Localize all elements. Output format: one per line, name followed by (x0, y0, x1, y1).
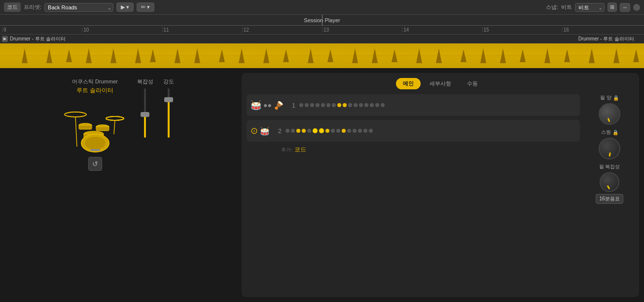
cymbal-icon[interactable]: 🥁 (250, 100, 261, 111)
svg-line-32 (75, 117, 77, 147)
pattern-row-1: 🥁 ●● 🪘 1 (247, 94, 580, 116)
beat-dot-2-7[interactable] (319, 128, 324, 133)
beat-dot-1-1[interactable] (299, 103, 303, 107)
hihat-icon[interactable]: ●● (263, 101, 272, 109)
swing-lock-icon[interactable]: 🔒 (612, 130, 618, 135)
main-content: 어쿠스틱 Drummer 루트 솔라이터 (0, 68, 644, 302)
drum-kit-illustration[interactable] (63, 100, 127, 154)
tab-manual[interactable]: 수동 (460, 78, 485, 89)
beat-dot-1-10[interactable] (348, 103, 352, 107)
svg-point-30 (65, 112, 86, 117)
track-label-right: Drummer - 루트 솔라이터 (578, 36, 634, 42)
beat-dot-2-6[interactable] (313, 128, 318, 133)
floortom-icon[interactable]: ⊙ (250, 125, 258, 136)
ruler-mark-15: 15 (482, 27, 562, 33)
track-area: ▶ Drummer - 루트 솔라이터 Drummer - 루트 솔라이터 (0, 35, 644, 68)
beat-dot-1-7[interactable] (332, 103, 336, 107)
drummer-panel: 어쿠스틱 Drummer 루트 솔라이터 (0, 73, 237, 297)
fill-amt-indicator (608, 118, 610, 122)
pattern-area: 🥁 ●● 🪘 1 (247, 94, 580, 292)
beat-dot-2-4[interactable] (302, 129, 306, 133)
beat-dot-2-16[interactable] (369, 129, 373, 133)
pattern-row-2: ⊙ 🥁 2 (247, 120, 580, 142)
waveform-svg (0, 43, 644, 68)
snap-label: 스냅: (546, 3, 558, 11)
link-button[interactable]: ↔ (620, 3, 630, 12)
complexity-slider-track[interactable] (144, 88, 146, 138)
beat-dot-2-10[interactable] (336, 129, 340, 133)
track-play-button[interactable]: ▶ (2, 36, 8, 42)
complexity-fill (144, 115, 146, 138)
add-chord-row: 추가: 코드 (247, 146, 580, 154)
beat-dot-1-2[interactable] (305, 103, 309, 107)
ruler-mark-12: 12 (242, 27, 322, 33)
beat-dot-2-11[interactable] (342, 129, 346, 133)
note-badge[interactable]: 16분음표 (596, 194, 623, 204)
snap-select[interactable]: 비트 (575, 3, 605, 12)
beat-dot-1-15[interactable] (375, 103, 379, 107)
beat-dot-1-9[interactable] (343, 103, 347, 107)
beat-dot-2-12[interactable] (347, 129, 351, 133)
code-tag[interactable]: 코드 (4, 2, 21, 12)
swing-indicator (609, 152, 611, 156)
preset-select[interactable]: Back Roads (44, 3, 113, 12)
fill-complexity-indicator (607, 185, 610, 189)
beat-dot-1-12[interactable] (359, 103, 363, 107)
ruler-marks: 9 10 11 12 13 14 15 16 (2, 27, 642, 33)
drummer-title: 어쿠스틱 Drummer (72, 78, 118, 85)
snare-icon[interactable]: 🪘 (274, 101, 284, 110)
intensity-slider-track[interactable] (168, 88, 170, 138)
beat-dot-2-2[interactable] (291, 129, 295, 133)
beat-dot-2-8[interactable] (325, 129, 329, 133)
svg-rect-38 (79, 125, 92, 129)
add-chord-link[interactable]: 코드 (294, 146, 306, 154)
beat-dot-2-1[interactable] (286, 129, 289, 133)
fill-complexity-knob[interactable] (600, 172, 619, 192)
fill-amt-lock-icon[interactable]: 🔒 (613, 95, 619, 101)
waveform-row (0, 43, 644, 68)
cursor-tool-button[interactable]: ▶ ▾ (116, 2, 134, 12)
beat-dot-2-5[interactable] (307, 129, 311, 133)
swing-knob[interactable] (599, 138, 620, 159)
tab-main[interactable]: 메인 (396, 78, 421, 89)
color-circle[interactable] (633, 4, 640, 11)
ruler-mark-16: 16 (562, 27, 642, 33)
pattern-number-1: 1 (287, 102, 295, 109)
session-tabs: 메인 세부사항 수동 (247, 78, 634, 89)
beat-dot-2-3[interactable] (296, 129, 300, 133)
snap-mode-button[interactable]: ⊞ (608, 2, 617, 12)
pencil-tool-button[interactable]: ✏ ▾ (137, 2, 154, 12)
playhead-line (322, 15, 322, 26)
beat-dot-1-14[interactable] (370, 103, 374, 107)
beat-dot-2-14[interactable] (358, 129, 362, 133)
beat-dot-1-5[interactable] (321, 103, 325, 107)
session-main: 🥁 ●● 🪘 1 (247, 94, 634, 292)
beat-dot-1-4[interactable] (316, 103, 320, 107)
beat-dot-1-16[interactable] (381, 103, 385, 107)
beat-dot-2-15[interactable] (363, 129, 367, 133)
beat-dot-1-6[interactable] (326, 103, 330, 107)
beat-dot-1-13[interactable] (364, 103, 368, 107)
session-editor-panel: 메인 세부사항 수동 🥁 ●● 🪘 1 (242, 73, 639, 297)
ruler-mark-9: 9 (2, 27, 82, 33)
toolbar: 코드 프리셋: Back Roads ▶ ▾ ✏ ▾ 스냅: 비트 비트 ⊞ ↔ (0, 0, 644, 15)
drum-kit-area: 어쿠스틱 Drummer 루트 솔라이터 (63, 78, 127, 171)
beat-dot-1-3[interactable] (310, 103, 314, 107)
track-content[interactable] (0, 43, 644, 68)
fill-amt-knob[interactable] (599, 103, 620, 125)
intensity-thumb[interactable] (164, 97, 173, 102)
drum-icon-2[interactable]: 🥁 (260, 126, 270, 136)
instrument-icons-2: ⊙ 🥁 (250, 125, 270, 136)
svg-line-42 (114, 120, 115, 134)
tab-detail[interactable]: 세부사항 (423, 78, 458, 89)
beat-dot-2-13[interactable] (353, 129, 357, 133)
beat-dot-1-11[interactable] (354, 103, 358, 107)
beat-dot-1-8[interactable] (337, 103, 341, 107)
toolbar-center: ▶ ▾ ✏ ▾ (116, 2, 154, 12)
complexity-thumb[interactable] (141, 112, 149, 117)
refresh-button[interactable]: ↺ (88, 157, 102, 171)
timeline-ruler: 9 10 11 12 13 14 15 16 (0, 26, 644, 35)
beat-dot-2-9[interactable] (331, 129, 335, 133)
pattern-number-2: 2 (274, 127, 282, 135)
swing-label: 스윙 🔒 (601, 129, 618, 136)
